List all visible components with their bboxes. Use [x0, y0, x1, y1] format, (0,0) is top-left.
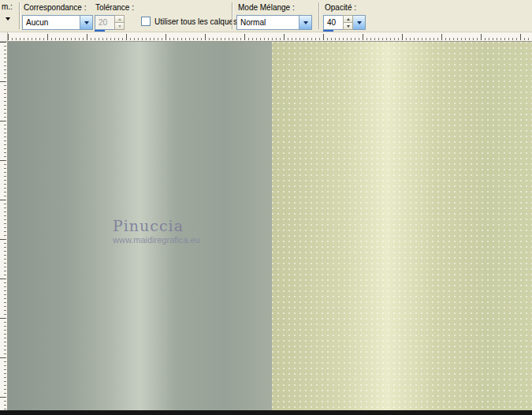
arrow-down-icon [118, 25, 121, 28]
toolbar-separator [19, 2, 20, 29]
tool-options-toolbar: m.: Correspondance : Aucun Tolérance : 2… [0, 0, 532, 32]
toolbar-separator [318, 2, 320, 29]
chevron-down-icon [303, 21, 308, 24]
blend-mode-dropdown-button[interactable] [299, 16, 311, 29]
chevron-down-icon [6, 17, 10, 21]
tolerance-value: 20 [95, 15, 114, 30]
blend-mode-value: Normal [237, 16, 299, 29]
tolerance-spinner: 20 [95, 15, 125, 30]
canvas-right-gradient[interactable] [272, 42, 532, 410]
toolbar-separator [232, 2, 233, 29]
app-window: m.: Correspondance : Aucun Tolérance : 2… [0, 0, 532, 415]
chevron-down-icon [84, 21, 89, 24]
checkbox-icon[interactable] [141, 17, 151, 26]
ruler-major-ticks [0, 42, 6, 410]
ruler-corner [0, 32, 8, 42]
spinner-down-button [115, 22, 124, 29]
blend-mode-select[interactable]: Normal [236, 15, 312, 30]
tolerance-spin-buttons [114, 15, 125, 30]
truncated-label: m.: [2, 2, 13, 11]
opacity-slider-indicator [323, 30, 333, 32]
use-all-layers-label: Utiliser tous les calques [154, 17, 237, 26]
spinner-up-button[interactable] [344, 16, 352, 22]
canvas-left-gradient[interactable] [8, 42, 272, 410]
opacity-spinner[interactable]: 40 [323, 15, 366, 30]
opacity-slider-dropdown-button[interactable] [353, 15, 366, 30]
arrow-up-icon [118, 18, 121, 21]
arrow-down-icon [347, 25, 350, 28]
match-mode-select[interactable]: Aucun [22, 15, 93, 30]
window-bottom-edge [0, 410, 532, 415]
use-all-layers-checkbox[interactable]: Utiliser tous les calques [141, 17, 237, 26]
toolbar-overflow-button[interactable] [2, 13, 13, 24]
arrow-up-icon [347, 18, 350, 21]
horizontal-ruler[interactable] [8, 32, 532, 42]
opacity-spin-buttons[interactable] [343, 15, 353, 30]
match-mode-value: Aucun [23, 16, 80, 29]
spinner-up-button [115, 16, 124, 22]
blend-mode-label: Mode Mélange : [238, 3, 295, 12]
opacity-value[interactable]: 40 [323, 15, 343, 30]
ruler-major-ticks [8, 34, 532, 40]
tolerance-label: Tolérance : [95, 3, 134, 12]
match-mode-dropdown-button[interactable] [80, 16, 92, 29]
image-canvas[interactable]: Pinuccia www.maidiregrafica.eu [8, 42, 532, 410]
opacity-label: Opacité : [325, 3, 356, 12]
vertical-ruler[interactable] [0, 42, 8, 410]
tolerance-slider-indicator [95, 30, 105, 32]
spinner-down-button[interactable] [344, 22, 352, 29]
chevron-down-icon [357, 21, 362, 24]
match-mode-label: Correspondance : [24, 3, 87, 12]
